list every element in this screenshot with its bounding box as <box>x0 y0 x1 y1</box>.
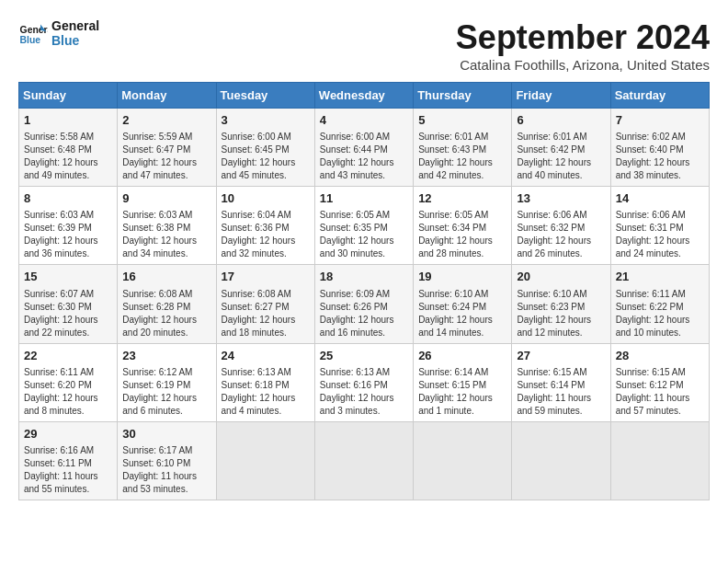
day-number: 6 <box>517 112 605 129</box>
day-info: Sunrise: 5:58 AM Sunset: 6:48 PM Dayligh… <box>24 131 112 182</box>
calendar-cell: 9Sunrise: 6:03 AM Sunset: 6:38 PM Daylig… <box>118 187 216 265</box>
calendar-cell: 29Sunrise: 6:16 AM Sunset: 6:11 PM Dayli… <box>19 421 118 500</box>
day-info: Sunrise: 6:01 AM Sunset: 6:42 PM Dayligh… <box>517 131 605 182</box>
day-info: Sunrise: 6:17 AM Sunset: 6:10 PM Dayligh… <box>122 444 210 496</box>
day-info: Sunrise: 6:10 AM Sunset: 6:23 PM Dayligh… <box>517 288 605 339</box>
day-info: Sunrise: 6:00 AM Sunset: 6:44 PM Dayligh… <box>320 131 408 182</box>
days-header-row: SundayMondayTuesdayWednesdayThursdayFrid… <box>19 83 710 109</box>
day-info: Sunrise: 6:08 AM Sunset: 6:27 PM Dayligh… <box>222 288 310 339</box>
calendar-cell: 26Sunrise: 6:14 AM Sunset: 6:15 PM Dayli… <box>414 343 512 421</box>
calendar-cell: 28Sunrise: 6:15 AM Sunset: 6:12 PM Dayli… <box>610 343 709 421</box>
day-header: Wednesday <box>314 83 413 109</box>
day-info: Sunrise: 6:02 AM Sunset: 6:40 PM Dayligh… <box>616 131 704 182</box>
calendar-week-row: 29Sunrise: 6:16 AM Sunset: 6:11 PM Dayli… <box>19 421 710 500</box>
day-info: Sunrise: 6:14 AM Sunset: 6:15 PM Dayligh… <box>418 366 506 418</box>
day-header: Friday <box>512 83 610 109</box>
calendar-cell: 12Sunrise: 6:05 AM Sunset: 6:34 PM Dayli… <box>414 187 512 265</box>
day-number: 22 <box>24 348 112 364</box>
day-number: 3 <box>222 112 310 129</box>
day-info: Sunrise: 6:09 AM Sunset: 6:26 PM Dayligh… <box>320 288 408 339</box>
day-number: 4 <box>320 112 408 129</box>
day-number: 5 <box>418 112 506 129</box>
day-info: Sunrise: 6:03 AM Sunset: 6:39 PM Dayligh… <box>24 209 112 260</box>
day-number: 30 <box>122 426 210 442</box>
calendar-cell <box>512 421 610 500</box>
day-info: Sunrise: 6:13 AM Sunset: 6:16 PM Dayligh… <box>320 366 408 418</box>
logo-line1: General <box>51 18 99 33</box>
month-title: September 2024 <box>456 18 710 57</box>
calendar-cell: 11Sunrise: 6:05 AM Sunset: 6:35 PM Dayli… <box>314 187 413 265</box>
calendar-cell: 21Sunrise: 6:11 AM Sunset: 6:22 PM Dayli… <box>610 265 709 343</box>
calendar-week-row: 15Sunrise: 6:07 AM Sunset: 6:30 PM Dayli… <box>19 265 710 343</box>
day-number: 8 <box>24 190 112 207</box>
calendar-cell <box>414 421 512 500</box>
calendar-cell: 19Sunrise: 6:10 AM Sunset: 6:24 PM Dayli… <box>414 265 512 343</box>
day-number: 14 <box>616 190 704 207</box>
calendar-table: SundayMondayTuesdayWednesdayThursdayFrid… <box>18 82 710 500</box>
day-number: 12 <box>418 190 506 207</box>
day-number: 18 <box>320 269 408 285</box>
calendar-cell: 13Sunrise: 6:06 AM Sunset: 6:32 PM Dayli… <box>512 187 610 265</box>
calendar-cell: 17Sunrise: 6:08 AM Sunset: 6:27 PM Dayli… <box>216 265 314 343</box>
day-number: 16 <box>122 269 210 285</box>
day-info: Sunrise: 6:16 AM Sunset: 6:11 PM Dayligh… <box>24 444 112 496</box>
title-area: September 2024 Catalina Foothills, Arizo… <box>456 18 710 73</box>
logo: General Blue General Blue <box>18 18 99 48</box>
calendar-cell: 24Sunrise: 6:13 AM Sunset: 6:18 PM Dayli… <box>216 343 314 421</box>
calendar-cell: 22Sunrise: 6:11 AM Sunset: 6:20 PM Dayli… <box>19 343 118 421</box>
logo-icon: General Blue <box>18 18 48 48</box>
day-number: 20 <box>517 269 605 285</box>
day-number: 13 <box>517 190 605 207</box>
day-info: Sunrise: 6:10 AM Sunset: 6:24 PM Dayligh… <box>418 288 506 339</box>
svg-text:Blue: Blue <box>20 35 41 45</box>
day-number: 19 <box>418 269 506 285</box>
day-info: Sunrise: 6:08 AM Sunset: 6:28 PM Dayligh… <box>122 288 210 339</box>
day-info: Sunrise: 6:12 AM Sunset: 6:19 PM Dayligh… <box>122 366 210 418</box>
calendar-cell: 7Sunrise: 6:02 AM Sunset: 6:40 PM Daylig… <box>610 109 709 187</box>
day-info: Sunrise: 5:59 AM Sunset: 6:47 PM Dayligh… <box>122 131 210 182</box>
day-info: Sunrise: 6:06 AM Sunset: 6:32 PM Dayligh… <box>517 209 605 260</box>
day-number: 15 <box>24 269 112 285</box>
calendar-cell <box>216 421 314 500</box>
calendar-cell: 25Sunrise: 6:13 AM Sunset: 6:16 PM Dayli… <box>314 343 413 421</box>
calendar-week-row: 8Sunrise: 6:03 AM Sunset: 6:39 PM Daylig… <box>19 187 710 265</box>
day-number: 17 <box>222 269 310 285</box>
day-number: 1 <box>24 112 112 129</box>
day-number: 9 <box>122 190 210 207</box>
day-info: Sunrise: 6:15 AM Sunset: 6:12 PM Dayligh… <box>616 366 704 418</box>
calendar-cell: 23Sunrise: 6:12 AM Sunset: 6:19 PM Dayli… <box>118 343 216 421</box>
day-info: Sunrise: 6:15 AM Sunset: 6:14 PM Dayligh… <box>517 366 605 418</box>
day-number: 23 <box>122 348 210 364</box>
calendar-cell: 6Sunrise: 6:01 AM Sunset: 6:42 PM Daylig… <box>512 109 610 187</box>
day-header: Tuesday <box>216 83 314 109</box>
day-info: Sunrise: 6:13 AM Sunset: 6:18 PM Dayligh… <box>222 366 310 418</box>
calendar-cell: 16Sunrise: 6:08 AM Sunset: 6:28 PM Dayli… <box>118 265 216 343</box>
day-info: Sunrise: 6:05 AM Sunset: 6:34 PM Dayligh… <box>418 209 506 260</box>
day-header: Thursday <box>414 83 512 109</box>
calendar-cell: 4Sunrise: 6:00 AM Sunset: 6:44 PM Daylig… <box>314 109 413 187</box>
day-info: Sunrise: 6:11 AM Sunset: 6:20 PM Dayligh… <box>24 366 112 418</box>
day-number: 2 <box>122 112 210 129</box>
day-header: Monday <box>118 83 216 109</box>
day-number: 21 <box>616 269 704 285</box>
day-number: 10 <box>222 190 310 207</box>
calendar-cell: 15Sunrise: 6:07 AM Sunset: 6:30 PM Dayli… <box>19 265 118 343</box>
day-number: 27 <box>517 348 605 364</box>
day-number: 25 <box>320 348 408 364</box>
calendar-cell <box>314 421 413 500</box>
header: General Blue General Blue September 2024… <box>18 18 710 73</box>
calendar-cell: 18Sunrise: 6:09 AM Sunset: 6:26 PM Dayli… <box>314 265 413 343</box>
calendar-cell: 1Sunrise: 5:58 AM Sunset: 6:48 PM Daylig… <box>19 109 118 187</box>
calendar-cell: 5Sunrise: 6:01 AM Sunset: 6:43 PM Daylig… <box>414 109 512 187</box>
day-info: Sunrise: 6:07 AM Sunset: 6:30 PM Dayligh… <box>24 288 112 339</box>
day-info: Sunrise: 6:00 AM Sunset: 6:45 PM Dayligh… <box>222 131 310 182</box>
calendar-cell: 30Sunrise: 6:17 AM Sunset: 6:10 PM Dayli… <box>118 421 216 500</box>
calendar-cell: 27Sunrise: 6:15 AM Sunset: 6:14 PM Dayli… <box>512 343 610 421</box>
calendar-cell: 10Sunrise: 6:04 AM Sunset: 6:36 PM Dayli… <box>216 187 314 265</box>
day-number: 26 <box>418 348 506 364</box>
day-info: Sunrise: 6:04 AM Sunset: 6:36 PM Dayligh… <box>222 209 310 260</box>
day-number: 29 <box>24 426 112 442</box>
day-info: Sunrise: 6:06 AM Sunset: 6:31 PM Dayligh… <box>616 209 704 260</box>
calendar-week-row: 1Sunrise: 5:58 AM Sunset: 6:48 PM Daylig… <box>19 109 710 187</box>
day-header: Sunday <box>19 83 118 109</box>
